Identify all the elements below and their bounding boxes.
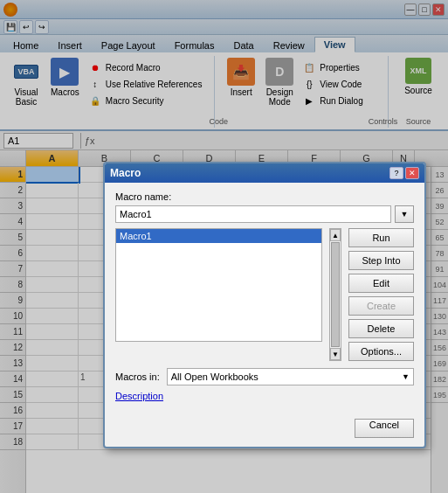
macros-in-value: All Open Workbooks xyxy=(171,371,258,382)
macro-dialog: Macro ? ✕ Macro name: ▼ Macro1 ▲ ▼ xyxy=(103,162,426,448)
description-label[interactable]: Description xyxy=(115,391,414,401)
macros-in-select[interactable]: All Open Workbooks ▼ xyxy=(167,368,414,385)
list-item[interactable]: Macro1 xyxy=(116,229,321,243)
modal-help-btn[interactable]: ? xyxy=(389,167,403,179)
modal-ctrl-buttons: ? ✕ xyxy=(389,167,419,179)
edit-btn[interactable]: Edit xyxy=(348,274,414,293)
delete-btn[interactable]: Delete xyxy=(348,319,414,338)
macros-in-row: Macros in: All Open Workbooks ▼ xyxy=(115,368,414,385)
macro-name-input[interactable] xyxy=(115,205,391,223)
modal-close-btn[interactable]: ✕ xyxy=(405,167,419,179)
scrollbar-down-arrow[interactable]: ▼ xyxy=(330,348,341,360)
modal-footer: Cancel xyxy=(105,415,424,447)
macro-action-buttons: Run Step Into Edit Create Delete Options… xyxy=(348,228,414,361)
options-btn[interactable]: Options... xyxy=(348,342,414,361)
macros-in-dropdown-arrow: ▼ xyxy=(402,372,410,381)
modal-overlay: Macro ? ✕ Macro name: ▼ Macro1 ▲ ▼ xyxy=(0,0,448,493)
macro-list-scrollbar: ▲ ▼ xyxy=(329,228,341,361)
macros-in-label: Macros in: xyxy=(115,371,160,382)
macro-list: Macro1 xyxy=(115,228,322,342)
modal-body: Macro name: ▼ Macro1 ▲ ▼ Run Step Into xyxy=(105,183,424,415)
scrollbar-up-arrow[interactable]: ▲ xyxy=(330,229,341,241)
run-btn[interactable]: Run xyxy=(348,228,414,247)
modal-title-text: Macro xyxy=(110,167,389,179)
macro-name-row: ▼ xyxy=(115,205,414,223)
modal-title-bar: Macro ? ✕ xyxy=(105,163,424,183)
scrollbar-thumb[interactable] xyxy=(331,242,340,347)
cancel-btn[interactable]: Cancel xyxy=(355,419,414,438)
create-btn[interactable]: Create xyxy=(348,296,414,316)
step-into-btn[interactable]: Step Into xyxy=(348,251,414,270)
macro-name-expand-btn[interactable]: ▼ xyxy=(395,205,414,223)
macro-list-area: Macro1 ▲ ▼ Run Step Into Edit Create Del… xyxy=(115,228,414,361)
macro-name-label: Macro name: xyxy=(115,191,414,202)
